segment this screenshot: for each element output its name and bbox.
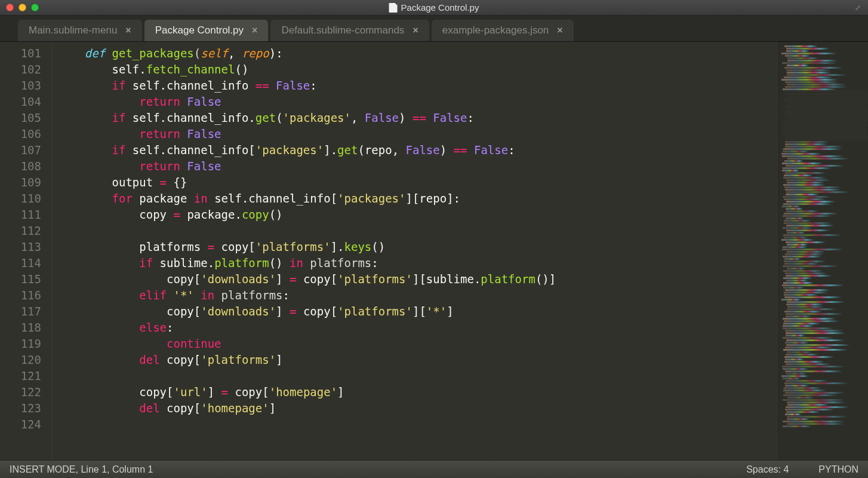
- line-number: 123: [0, 400, 52, 416]
- code-line: del copy['platforms']: [57, 352, 778, 368]
- tab-label: Main.sublime-menu: [29, 24, 117, 36]
- zoom-window-button[interactable]: [31, 4, 39, 11]
- tab-bar: Main.sublime-menu×Package Control.py×Def…: [0, 16, 868, 42]
- code-line: [57, 416, 778, 433]
- code-line: [57, 368, 778, 384]
- status-spaces[interactable]: Spaces: 4: [746, 464, 789, 475]
- status-language[interactable]: PYTHON: [818, 464, 858, 475]
- tab-label: Default.sublime-commands: [281, 24, 404, 36]
- traffic-lights: [0, 4, 39, 11]
- line-number: 124: [0, 416, 52, 433]
- code-line: if self.channel_info.get('packages', Fal…: [57, 110, 778, 126]
- line-gutter: 1011021031041051061071081091101111121131…: [0, 42, 53, 460]
- line-number: 109: [0, 174, 52, 191]
- code-line: def get_packages(self, repo):: [57, 45, 778, 62]
- titlebar: Package Control.py ⤢: [0, 0, 868, 16]
- window-title: Package Control.py: [389, 2, 479, 13]
- code-line: return False: [57, 126, 778, 142]
- code-line: for package in self.channel_info['packag…: [57, 191, 778, 207]
- code-line: copy['downloads'] = copy['platforms'][su…: [57, 271, 778, 287]
- code-line: del copy['homepage']: [57, 400, 778, 416]
- window-title-text: Package Control.py: [401, 2, 479, 13]
- code-line: platforms = copy['platforms'].keys(): [57, 239, 778, 255]
- line-number: 106: [0, 126, 52, 142]
- close-tab-icon[interactable]: ×: [125, 25, 131, 36]
- line-number: 110: [0, 191, 52, 207]
- close-window-button[interactable]: [6, 4, 14, 11]
- line-number: 108: [0, 158, 52, 174]
- tab-3[interactable]: example-packages.json×: [432, 20, 574, 41]
- code-line: copy = package.copy(): [57, 207, 778, 223]
- close-tab-icon[interactable]: ×: [252, 25, 257, 36]
- code-line: copy['downloads'] = copy['platforms']['*…: [57, 304, 778, 320]
- code-line: return False: [57, 158, 778, 174]
- minimize-window-button[interactable]: [19, 4, 26, 11]
- code-line: output = {}: [57, 174, 778, 191]
- line-number: 101: [0, 45, 52, 62]
- expand-icon[interactable]: ⤢: [855, 4, 863, 12]
- status-bar: INSERT MODE, Line 1, Column 1 Spaces: 4 …: [0, 460, 868, 478]
- code-line: [57, 223, 778, 239]
- line-number: 107: [0, 142, 52, 158]
- status-left: INSERT MODE, Line 1, Column 1: [10, 464, 153, 475]
- line-number: 117: [0, 304, 52, 320]
- code-area[interactable]: def get_packages(self, repo): self.fetch…: [53, 42, 778, 460]
- code-line: elif '*' in platforms:: [57, 287, 778, 304]
- line-number: 119: [0, 336, 52, 352]
- tab-2[interactable]: Default.sublime-commands×: [270, 20, 429, 41]
- line-number: 120: [0, 352, 52, 368]
- code-line: if self.channel_info == False:: [57, 78, 778, 94]
- code-line: else:: [57, 320, 778, 336]
- line-number: 121: [0, 368, 52, 384]
- line-number: 116: [0, 287, 52, 304]
- line-number: 118: [0, 320, 52, 336]
- tab-0[interactable]: Main.sublime-menu×: [18, 20, 142, 41]
- close-tab-icon[interactable]: ×: [557, 25, 562, 36]
- file-icon: [389, 3, 398, 13]
- line-number: 102: [0, 62, 52, 78]
- tab-label: Package Control.py: [155, 24, 244, 36]
- line-number: 112: [0, 223, 52, 239]
- code-line: continue: [57, 336, 778, 352]
- line-number: 114: [0, 255, 52, 271]
- code-line: return False: [57, 94, 778, 110]
- tab-1[interactable]: Package Control.py×: [144, 20, 269, 41]
- code-line: if sublime.platform() in platforms:: [57, 255, 778, 271]
- line-number: 115: [0, 271, 52, 287]
- editor-area: 1011021031041051061071081091101111121131…: [0, 42, 868, 460]
- line-number: 113: [0, 239, 52, 255]
- line-number: 103: [0, 78, 52, 94]
- line-number: 111: [0, 207, 52, 223]
- code-line: if self.channel_info['packages'].get(rep…: [57, 142, 778, 158]
- line-number: 104: [0, 94, 52, 110]
- line-number: 122: [0, 384, 52, 400]
- line-number: 105: [0, 110, 52, 126]
- code-line: copy['url'] = copy['homepage']: [57, 384, 778, 400]
- tab-label: example-packages.json: [442, 24, 549, 36]
- code-line: self.fetch_channel(): [57, 62, 778, 78]
- close-tab-icon[interactable]: ×: [413, 25, 418, 36]
- minimap[interactable]: [778, 42, 868, 460]
